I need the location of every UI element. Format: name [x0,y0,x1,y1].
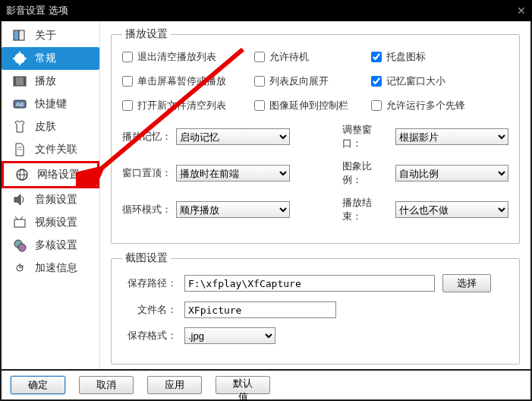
svg-rect-0 [14,30,19,40]
loop-label: 循环模式： [122,203,172,216]
loop-select[interactable]: 顺序播放 [176,201,290,218]
cancel-button[interactable]: 取消 [79,376,134,394]
filename-label: 文件名： [122,303,177,317]
ok-button[interactable]: 确定 [11,376,65,394]
svg-rect-9 [14,77,16,86]
sidebar-item-general[interactable]: 常规 [2,47,99,70]
gear-icon [12,51,27,66]
sidebar-item-accel[interactable]: 加速信息 [2,257,99,279]
sidebar-item-play[interactable]: 播放 [2,70,99,93]
chk-open-clear[interactable]: 打开新文件清空列表 [122,99,251,112]
playback-legend: 播放设置 [122,27,171,41]
sidebar-item-audio[interactable]: 音频设置 [2,188,99,211]
sidebar-item-label: 关于 [35,29,56,43]
image-ratio-select[interactable]: 自动比例 [395,165,508,182]
filename-input[interactable] [184,302,336,318]
film-icon [12,74,27,89]
sidebar-item-label: 加速信息 [35,261,77,275]
speed-icon [12,260,27,276]
default-button[interactable]: 默认值 [216,376,270,394]
svg-point-22 [18,244,26,251]
sidebar: 关于 常规 播放 AB 快捷键 皮肤 文件关联 网络设置 音频设置 [2,21,100,369]
sidebar-item-multicore[interactable]: 多核设置 [2,234,99,257]
end-select[interactable]: 什么也不做 [395,201,508,218]
sidebar-item-video[interactable]: 视频设置 [2,211,99,234]
browse-button[interactable]: 选择 [442,274,491,292]
sidebar-item-network[interactable]: 网络设置 [2,161,99,188]
chk-clear-on-exit[interactable]: 退出清空播放列表 [122,50,251,64]
chk-tray-icon[interactable]: 托盘图标 [371,50,500,64]
image-ratio-label: 图象比例： [342,159,391,187]
sidebar-item-about[interactable]: 关于 [2,24,99,47]
play-memory-label: 播放记忆： [122,130,172,144]
resize-select[interactable]: 根据影片 [395,128,508,145]
capture-settings-group: 截图设置 保存路径： 选择 文件名： 保存格式： .jpg [111,251,520,365]
sidebar-item-label: 文件关联 [35,143,77,156]
sidebar-item-label: 视频设置 [35,216,77,229]
document-icon [12,142,27,157]
svg-line-20 [20,216,23,219]
speaker-icon [12,192,27,207]
apply-button[interactable]: 应用 [147,376,202,394]
resize-label: 调整窗口： [342,123,391,150]
book-icon [12,28,27,43]
format-label: 保存格式： [122,329,177,343]
end-label: 播放结束： [342,196,391,223]
sidebar-item-assoc[interactable]: 文件关联 [2,138,99,161]
chk-list-reverse[interactable]: 列表反向展开 [254,74,368,88]
sidebar-item-hotkey[interactable]: AB 快捷键 [2,93,99,115]
sidebar-item-label: 音频设置 [35,193,77,207]
save-path-input[interactable] [184,275,435,292]
window-top-select[interactable]: 播放时在前端 [176,165,290,182]
sidebar-item-label: 播放 [35,74,56,88]
chk-remember-size[interactable]: 记忆窗口大小 [371,74,500,88]
tv-icon [12,215,27,230]
chk-click-pause[interactable]: 单击屏幕暂停或播放 [122,74,251,88]
capture-legend: 截图设置 [122,251,171,265]
sidebar-item-label: 皮肤 [35,120,56,134]
footer: 确定 取消 应用 默认值 [2,371,530,399]
close-icon[interactable]: ✕ [517,0,526,21]
titlebar: 影音设置 选项 ✕ [0,0,532,21]
key-ab-icon: AB [12,96,27,112]
svg-point-3 [18,57,21,60]
sidebar-item-label: 网络设置 [37,168,80,182]
sidebar-item-label: 常规 [35,52,56,65]
content-panel: 播放设置 退出清空播放列表 允许待机 托盘图标 单击屏幕暂停或播放 列表反向展开… [100,21,530,369]
tshirt-icon [12,119,27,134]
format-select[interactable]: .jpg [184,327,275,344]
chk-image-extend[interactable]: 图像延伸到控制栏 [254,99,368,112]
sidebar-item-skin[interactable]: 皮肤 [2,115,99,138]
chk-allow-standby[interactable]: 允许待机 [254,50,368,64]
sidebar-item-label: 多核设置 [35,238,77,252]
window-top-label: 窗口置顶： [122,166,172,180]
svg-rect-18 [14,219,25,227]
svg-rect-10 [24,77,26,86]
chk-allow-multi[interactable]: 允许运行多个先锋 [371,99,500,112]
play-memory-select[interactable]: 启动记忆 [176,128,290,145]
svg-text:AB: AB [16,101,24,108]
globe-icon [14,167,30,182]
svg-rect-1 [19,30,24,40]
main-area: 关于 常规 播放 AB 快捷键 皮肤 文件关联 网络设置 音频设置 [2,21,530,369]
save-path-label: 保存路径： [122,276,177,290]
svg-line-19 [15,216,17,219]
playback-settings-group: 播放设置 退出清空播放列表 允许待机 托盘图标 单击屏幕暂停或播放 列表反向展开… [111,27,520,244]
window-title: 影音设置 选项 [6,0,68,21]
chip-icon [12,238,27,253]
sidebar-item-label: 快捷键 [35,97,67,111]
